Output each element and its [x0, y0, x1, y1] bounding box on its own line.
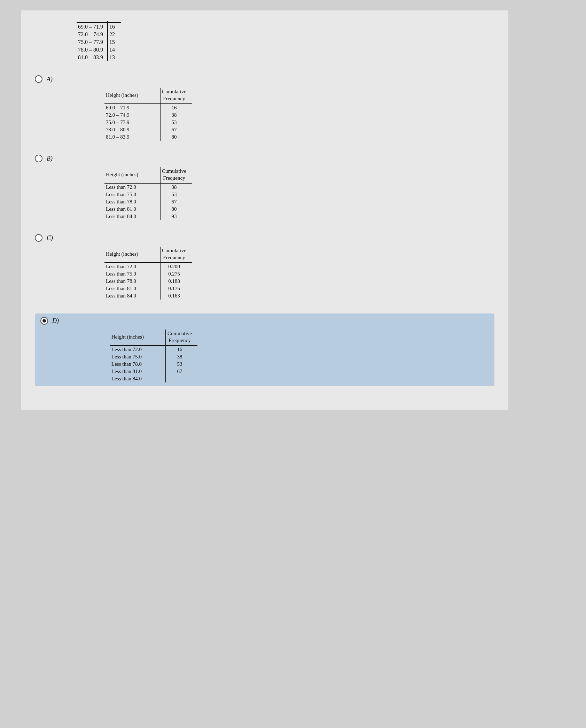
ans-table-row-c: Less than 81.0 0.175 — [104, 285, 192, 292]
ans-col2-header-b: CumulativeFrequency — [160, 167, 192, 183]
ans-table-row-c: Less than 84.0 0.163 — [104, 292, 192, 300]
ans-table-header-row: Height (inches) CumulativeFrequency — [104, 247, 192, 263]
ans-height-cell: Less than 78.0 — [104, 278, 160, 285]
ans-table-row-d: Less than 84.0 — [110, 375, 197, 382]
option-block-c: C) Height (inches) CumulativeFrequency L… — [35, 234, 494, 300]
option-block-d: D) Height (inches) CumulativeFrequency L… — [35, 313, 494, 386]
ans-height-cell: Less than 81.0 — [104, 206, 160, 213]
option-table-c: Height (inches) CumulativeFrequency Less… — [104, 247, 192, 300]
ref-freq-cell: 15 — [108, 38, 121, 46]
ans-table-row-a: 72.0 – 74.9 38 — [104, 111, 192, 119]
ans-table-row-a: 78.0 – 80.9 67 — [104, 126, 192, 133]
ans-height-cell: 75.0 – 77.9 — [104, 119, 160, 126]
option-table-wrapper-b: Height (inches) CumulativeFrequency Less… — [104, 167, 494, 220]
ans-freq-cell: 16 — [166, 346, 197, 353]
ans-freq-cell: 16 — [160, 104, 192, 111]
ans-col1-header-d: Height (inches) — [110, 330, 166, 346]
ans-table-row-b: Less than 84.0 93 — [104, 213, 192, 220]
option-label-a: A) — [35, 75, 494, 83]
option-table-wrapper-a: Height (inches) CumulativeFrequency 69.0… — [104, 88, 494, 141]
radio-d[interactable] — [40, 317, 48, 325]
radio-c[interactable] — [35, 234, 42, 242]
reference-table-wrapper: 69.0 – 71.9 16 72.0 – 74.9 22 75.0 – 77.… — [77, 21, 494, 61]
ans-height-cell: 69.0 – 71.9 — [104, 104, 160, 111]
ans-height-cell: Less than 81.0 — [104, 285, 160, 292]
ans-height-cell: Less than 81.0 — [110, 368, 166, 375]
ans-col2-header-c: CumulativeFrequency — [160, 247, 192, 263]
ans-freq-cell: 0.200 — [160, 263, 192, 270]
radio-inner-d — [42, 319, 46, 323]
ans-freq-cell: 53 — [160, 119, 192, 126]
ans-table-row-c: Less than 78.0 0.188 — [104, 278, 192, 285]
ans-height-cell: Less than 78.0 — [110, 361, 166, 368]
ans-table-row-b: Less than 78.0 67 — [104, 198, 192, 206]
ans-freq-cell: 93 — [160, 213, 192, 220]
ans-col1-header-a: Height (inches) — [104, 88, 160, 104]
ref-height-cell: 75.0 – 77.9 — [77, 38, 108, 46]
radio-b[interactable] — [35, 155, 42, 162]
ans-table-header-row: Height (inches) CumulativeFrequency — [110, 330, 197, 346]
ans-freq-cell — [166, 375, 197, 382]
ref-table-row: 78.0 – 80.9 14 — [77, 46, 121, 54]
option-letter-a: A) — [47, 76, 53, 83]
ans-freq-cell: 67 — [160, 126, 192, 133]
ans-height-cell: Less than 84.0 — [104, 213, 160, 220]
ans-table-row-d: Less than 72.0 16 — [110, 346, 197, 353]
ans-freq-cell: 67 — [166, 368, 197, 375]
ans-freq-cell: 53 — [160, 191, 192, 198]
ref-freq-cell: 14 — [108, 46, 121, 54]
ans-table-row-d: Less than 81.0 67 — [110, 368, 197, 375]
ans-freq-cell: 0.175 — [160, 285, 192, 292]
ref-table-row: 69.0 – 71.9 16 — [77, 23, 121, 31]
ans-freq-cell: 80 — [160, 206, 192, 213]
option-letter-c: C) — [47, 234, 53, 242]
ref-height-cell: 69.0 – 71.9 — [77, 23, 108, 31]
ref-height-cell: 81.0 – 83.9 — [77, 54, 108, 61]
option-letter-b: B) — [47, 155, 53, 162]
ans-table-row-c: Less than 72.0 0.200 — [104, 263, 192, 270]
ans-table-header-row: Height (inches) CumulativeFrequency — [104, 88, 192, 104]
ref-table-row: 75.0 – 77.9 15 — [77, 38, 121, 46]
main-container: 69.0 – 71.9 16 72.0 – 74.9 22 75.0 – 77.… — [21, 10, 508, 410]
ans-height-cell: Less than 78.0 — [104, 198, 160, 206]
option-table-d: Height (inches) CumulativeFrequency Less… — [110, 330, 197, 382]
ans-table-row-a: 75.0 – 77.9 53 — [104, 119, 192, 126]
ans-freq-cell: 38 — [160, 111, 192, 119]
option-label-d: D) — [40, 317, 489, 325]
ans-table-row-b: Less than 81.0 80 — [104, 206, 192, 213]
option-table-wrapper-c: Height (inches) CumulativeFrequency Less… — [104, 247, 494, 300]
ans-col2-header-d: CumulativeFrequency — [166, 330, 197, 346]
ans-freq-cell: 0.163 — [160, 292, 192, 300]
ans-height-cell: Less than 84.0 — [110, 375, 166, 382]
ans-col1-header-b: Height (inches) — [104, 167, 160, 183]
option-block-b: B) Height (inches) CumulativeFrequency L… — [35, 155, 494, 220]
option-letter-d: D) — [52, 317, 59, 325]
ans-freq-cell: 0.188 — [160, 278, 192, 285]
ref-freq-cell: 16 — [108, 23, 121, 31]
ans-height-cell: Less than 75.0 — [110, 353, 166, 361]
radio-a[interactable] — [35, 75, 42, 83]
option-table-wrapper-d: Height (inches) CumulativeFrequency Less… — [110, 330, 489, 382]
options-container: A) Height (inches) CumulativeFrequency 6… — [35, 75, 494, 386]
ans-table-row-c: Less than 75.0 0.275 — [104, 270, 192, 278]
option-label-c: C) — [35, 234, 494, 242]
ans-height-cell: 78.0 – 80.9 — [104, 126, 160, 133]
ans-height-cell: Less than 72.0 — [110, 346, 166, 353]
ans-table-row-b: Less than 72.0 38 — [104, 183, 192, 191]
ans-freq-cell: 0.275 — [160, 270, 192, 278]
option-table-b: Height (inches) CumulativeFrequency Less… — [104, 167, 192, 220]
ans-table-row-b: Less than 75.0 53 — [104, 191, 192, 198]
ans-freq-cell: 38 — [166, 353, 197, 361]
ans-height-cell: Less than 75.0 — [104, 270, 160, 278]
ans-table-row-d: Less than 78.0 53 — [110, 361, 197, 368]
ans-freq-cell: 67 — [160, 198, 192, 206]
ans-height-cell: Less than 75.0 — [104, 191, 160, 198]
reference-table: 69.0 – 71.9 16 72.0 – 74.9 22 75.0 – 77.… — [77, 21, 121, 61]
ans-table-row-d: Less than 75.0 38 — [110, 353, 197, 361]
ans-table-header-row: Height (inches) CumulativeFrequency — [104, 167, 192, 183]
option-table-a: Height (inches) CumulativeFrequency 69.0… — [104, 88, 192, 141]
ans-height-cell: Less than 84.0 — [104, 292, 160, 300]
ans-freq-cell: 80 — [160, 133, 192, 141]
ans-col1-header-c: Height (inches) — [104, 247, 160, 263]
option-block-a: A) Height (inches) CumulativeFrequency 6… — [35, 75, 494, 141]
